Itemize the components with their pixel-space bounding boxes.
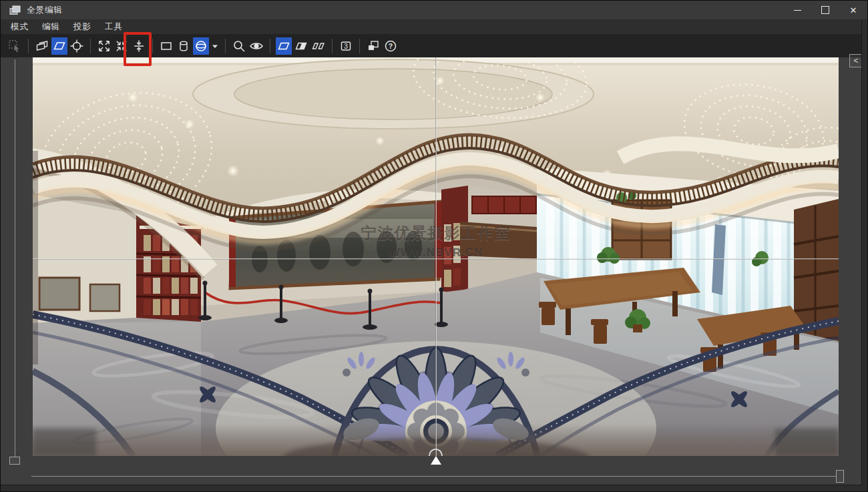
projection-cylinder-button[interactable] <box>176 37 192 55</box>
maximize-icon <box>821 6 829 14</box>
minimize-icon <box>794 10 801 11</box>
zoom-button[interactable] <box>231 37 247 55</box>
close-icon: ✕ <box>850 6 857 15</box>
close-button[interactable]: ✕ <box>839 1 867 19</box>
toolbar-separator <box>90 39 91 53</box>
toolbar-separator <box>270 39 270 53</box>
view-triple-label: 3 <box>344 42 348 49</box>
fit-expand-button[interactable] <box>96 37 112 55</box>
view-triple-button[interactable]: 3 <box>338 37 354 55</box>
view-single-button[interactable] <box>276 37 292 55</box>
maximize-button[interactable] <box>811 1 839 19</box>
titlebar: 全景编辑 ✕ <box>1 1 867 19</box>
align-horizon-button[interactable] <box>131 37 147 55</box>
toolbar-separator <box>28 39 29 53</box>
projection-sphere-button[interactable] <box>193 37 209 55</box>
set-center-button[interactable] <box>69 37 85 55</box>
fit-shrink-button[interactable] <box>114 37 130 55</box>
help-button[interactable]: ? <box>383 37 399 55</box>
select-tool-button[interactable] <box>7 37 23 55</box>
vertical-slider-track[interactable] <box>15 59 15 458</box>
window-title: 全景编辑 <box>27 5 63 16</box>
projection-flat-button[interactable] <box>158 37 174 55</box>
watermark-studio-name: 宁波优景摄影工作室 <box>361 223 511 244</box>
toolbar-separator <box>152 39 153 53</box>
view-split-button[interactable] <box>293 37 309 55</box>
menu-tools[interactable]: 工具 <box>100 21 128 33</box>
panorama-editor-window: 全景编辑 ✕ 模式 编辑 投影 工具 <box>0 0 868 492</box>
window-edge-right <box>861 19 867 491</box>
horizontal-slider-track[interactable] <box>31 476 838 477</box>
help-glyph: ? <box>389 42 393 50</box>
toolbar-separator <box>332 39 333 53</box>
menu-edit[interactable]: 编辑 <box>37 21 65 33</box>
menu-projection[interactable]: 投影 <box>69 21 96 33</box>
view-dual-button[interactable] <box>310 37 327 55</box>
panorama-canvas[interactable]: 宁波优景摄影工作室 WWW.NBVR.CN <box>33 57 839 456</box>
menu-mode[interactable]: 模式 <box>6 21 33 33</box>
window-controls: ✕ <box>783 1 867 19</box>
toolbar: 3 ? <box>1 34 867 57</box>
menubar: 模式 编辑 投影 工具 <box>1 19 867 34</box>
app-icon <box>9 5 21 15</box>
pano-edit-button[interactable] <box>51 37 67 55</box>
window-edge-bottom <box>1 485 862 491</box>
window-cascade-button[interactable] <box>365 37 381 55</box>
horizontal-slider-thumb[interactable] <box>836 470 844 483</box>
minimize-button[interactable] <box>783 1 811 19</box>
chevron-left-icon: < <box>853 56 858 65</box>
projection-dropdown-button[interactable] <box>210 37 220 55</box>
watermark-url: WWW.NBVR.CN <box>389 246 483 260</box>
vertical-slider-thumb[interactable] <box>9 457 20 465</box>
center-marker-handle[interactable] <box>431 456 441 465</box>
toolbar-separator <box>359 39 360 53</box>
preview-eye-button[interactable] <box>248 37 264 55</box>
panel-collapse-button[interactable]: < <box>849 54 863 67</box>
pano-cascade-button[interactable] <box>34 37 50 55</box>
toolbar-separator <box>225 39 226 53</box>
